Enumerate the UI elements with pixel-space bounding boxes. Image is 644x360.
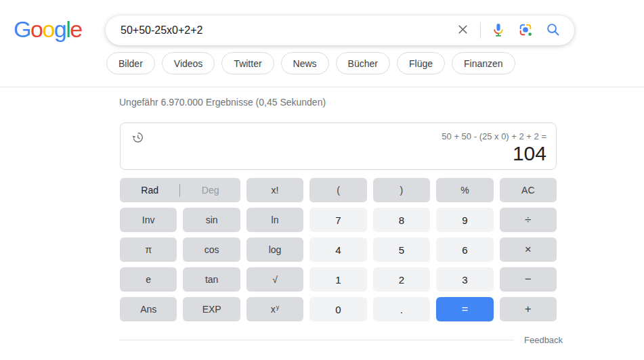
logo-letter: o bbox=[30, 16, 42, 42]
feedback-divider bbox=[119, 340, 513, 340]
logo-letter: e bbox=[70, 16, 81, 42]
calc-key-plus[interactable]: + bbox=[500, 297, 557, 321]
google-logo[interactable]: Google bbox=[14, 16, 82, 43]
calc-key-sqrt[interactable]: √ bbox=[246, 267, 303, 292]
search-submit-button[interactable] bbox=[539, 16, 562, 45]
history-icon bbox=[131, 136, 144, 146]
calc-key-all-clear[interactable]: AC bbox=[500, 178, 557, 202]
calculator-display: 50 + 50 - (25 x 0) + 2 + 2 = 104 bbox=[120, 122, 557, 170]
search-bar[interactable] bbox=[106, 16, 574, 45]
calc-key-tan[interactable]: tan bbox=[183, 267, 240, 292]
calc-key-2[interactable]: 2 bbox=[373, 267, 430, 292]
deg-label[interactable]: Deg bbox=[180, 185, 240, 196]
calc-key-inverse[interactable]: Inv bbox=[120, 208, 177, 232]
logo-letter: G bbox=[14, 16, 30, 42]
logo-letter: g bbox=[54, 16, 66, 42]
calc-key-6[interactable]: 6 bbox=[436, 238, 493, 262]
calc-key-8[interactable]: 8 bbox=[373, 208, 430, 232]
tab-fluege[interactable]: Flüge bbox=[397, 52, 445, 74]
calculator-result: 104 bbox=[513, 142, 546, 165]
calc-key-cos[interactable]: cos bbox=[183, 238, 240, 262]
close-icon bbox=[456, 22, 470, 39]
calc-key-9[interactable]: 9 bbox=[436, 208, 493, 232]
calc-key-open-paren[interactable]: ( bbox=[309, 178, 366, 202]
calculator-expression: 50 + 50 - (25 x 0) + 2 + 2 = bbox=[442, 131, 546, 141]
tab-twitter[interactable]: Twitter bbox=[221, 52, 274, 74]
tab-buecher[interactable]: Bücher bbox=[336, 52, 390, 74]
calc-key-rad-deg[interactable]: RadDeg bbox=[120, 178, 240, 202]
header-divider bbox=[0, 87, 644, 87]
lens-search-button[interactable] bbox=[512, 16, 539, 45]
search-tabs: BilderVideosTwitterNewsBücherFlügeFinanz… bbox=[106, 52, 515, 74]
calc-key-5[interactable]: 5 bbox=[373, 238, 430, 262]
tab-videos[interactable]: Videos bbox=[162, 52, 215, 74]
tab-news[interactable]: News bbox=[281, 52, 329, 74]
calc-key-exp[interactable]: EXP bbox=[183, 297, 240, 321]
result-stats: Ungefähr 6.970.000 Ergebnisse (0,45 Seku… bbox=[119, 97, 326, 108]
voice-search-button[interactable] bbox=[485, 16, 512, 45]
calc-key-ln[interactable]: ln bbox=[246, 208, 303, 232]
logo-letter: o bbox=[42, 16, 53, 42]
google-lens-icon bbox=[518, 22, 533, 39]
calc-key-decimal[interactable]: . bbox=[373, 297, 430, 321]
calc-key-divide[interactable]: ÷ bbox=[500, 208, 557, 232]
searchbar-divider bbox=[480, 22, 481, 39]
clear-search-button[interactable] bbox=[450, 16, 476, 45]
calc-key-log[interactable]: log bbox=[246, 238, 303, 262]
search-input[interactable] bbox=[121, 24, 450, 37]
calc-key-minus[interactable]: − bbox=[500, 267, 557, 292]
feedback-link[interactable]: Feedback bbox=[524, 335, 563, 345]
calc-key-factorial[interactable]: x! bbox=[246, 178, 303, 202]
calc-key-percent[interactable]: % bbox=[436, 178, 493, 202]
history-button[interactable] bbox=[129, 129, 146, 148]
calc-key-0[interactable]: 0 bbox=[309, 297, 366, 321]
calculator-keypad: RadDegx!()%ACInvsinln789÷πcoslog456×etan… bbox=[120, 178, 557, 321]
calc-key-close-paren[interactable]: ) bbox=[373, 178, 430, 202]
calc-key-1[interactable]: 1 bbox=[309, 267, 366, 292]
calc-key-4[interactable]: 4 bbox=[309, 238, 366, 262]
calc-key-equals[interactable]: = bbox=[436, 297, 493, 321]
tab-finanzen[interactable]: Finanzen bbox=[452, 52, 515, 74]
calc-key-3[interactable]: 3 bbox=[436, 267, 493, 292]
search-icon bbox=[545, 22, 561, 39]
calc-key-ans[interactable]: Ans bbox=[120, 297, 177, 321]
calc-key-pi[interactable]: π bbox=[120, 238, 177, 262]
calc-key-e[interactable]: e bbox=[120, 267, 177, 292]
google-results-page: Google bbox=[0, 0, 644, 360]
rad-label[interactable]: Rad bbox=[120, 185, 179, 196]
calc-key-power[interactable]: xy bbox=[246, 297, 303, 321]
calc-key-7[interactable]: 7 bbox=[309, 208, 366, 232]
calc-key-multiply[interactable]: × bbox=[500, 238, 557, 262]
microphone-icon bbox=[491, 22, 506, 39]
tab-bilder[interactable]: Bilder bbox=[106, 52, 155, 74]
calc-key-sin[interactable]: sin bbox=[183, 208, 240, 232]
